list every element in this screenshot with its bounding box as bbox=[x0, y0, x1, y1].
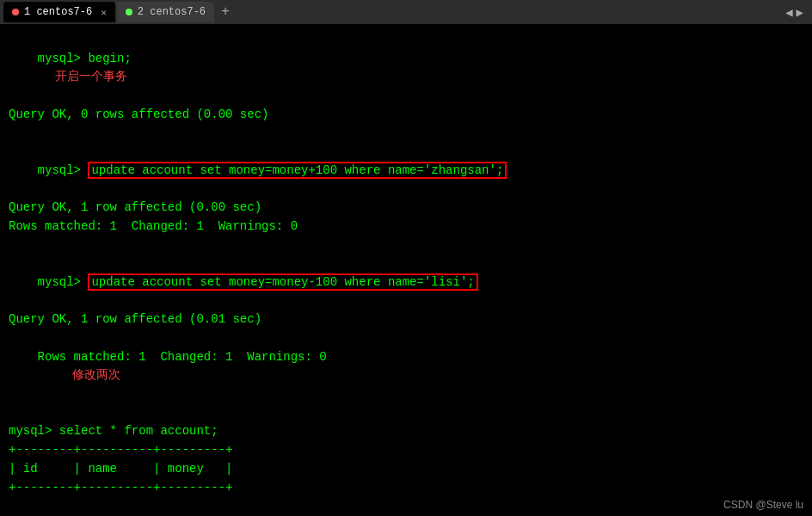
nav-arrows: ◀ ▶ bbox=[785, 5, 809, 20]
nav-prev-icon[interactable]: ◀ bbox=[785, 5, 792, 20]
empty-2 bbox=[9, 236, 803, 255]
add-tab-button[interactable]: + bbox=[216, 3, 235, 22]
line-zhangsan-result2: Rows matched: 1 Changed: 1 Warnings: 0 bbox=[9, 218, 803, 236]
empty-3 bbox=[9, 404, 803, 423]
line-update-zhangsan: mysql> update account set money=money+10… bbox=[9, 143, 803, 199]
annotation-modify-twice: 修改两次 bbox=[72, 368, 120, 382]
cmd-zhangsan-highlight: update account set money=money+100 where… bbox=[88, 162, 507, 179]
line-table-border2: +--------+----------+---------+ bbox=[9, 479, 803, 498]
tab-1[interactable]: 1 centos7-6 ✕ bbox=[3, 2, 115, 22]
tabs-left: 1 centos7-6 ✕ 2 centos7-6 + bbox=[3, 0, 235, 24]
nav-next-icon[interactable]: ▶ bbox=[797, 5, 803, 20]
tab-dot-red bbox=[12, 9, 19, 15]
line-lisi-result1: Query OK, 1 row affected (0.01 sec) bbox=[9, 310, 803, 329]
line-select: mysql> select * from account; bbox=[9, 422, 803, 441]
tab-dot-green bbox=[126, 9, 132, 15]
empty-1 bbox=[9, 124, 803, 143]
line-zhangsan-result1: Query OK, 1 row affected (0.00 sec) bbox=[9, 199, 803, 218]
cmd-lisi-highlight: update account set money=money-100 where… bbox=[88, 273, 477, 291]
line-update-lisi: mysql> update account set money=money-10… bbox=[9, 255, 803, 310]
line-table-row1: | 1 | zhangsan | 1100 | 查看修改后的数据 bbox=[9, 497, 803, 516]
line-table-header: | id | name | money | bbox=[9, 460, 803, 479]
line-begin: mysql> begin; 开启一个事务 bbox=[9, 31, 803, 106]
line-lisi-result2: Rows matched: 1 Changed: 1 Warnings: 0 修… bbox=[9, 329, 803, 404]
tab-1-label: 1 centos7-6 bbox=[24, 6, 92, 18]
tab-1-close-icon[interactable]: ✕ bbox=[101, 7, 107, 18]
tab-2[interactable]: 2 centos7-6 bbox=[117, 2, 214, 22]
line-table-border1: +--------+----------+---------+ bbox=[9, 441, 803, 460]
tab-2-label: 2 centos7-6 bbox=[138, 6, 206, 18]
annotation-begin: 开启一个事务 bbox=[55, 70, 127, 83]
terminal: mysql> begin; 开启一个事务 Query OK, 0 rows af… bbox=[0, 24, 812, 516]
tab-bar: 1 centos7-6 ✕ 2 centos7-6 + ◀ ▶ bbox=[0, 0, 812, 24]
line-begin-result: Query OK, 0 rows affected (0.00 sec) bbox=[9, 106, 803, 125]
watermark: CSDN @Steve lu bbox=[723, 499, 803, 511]
